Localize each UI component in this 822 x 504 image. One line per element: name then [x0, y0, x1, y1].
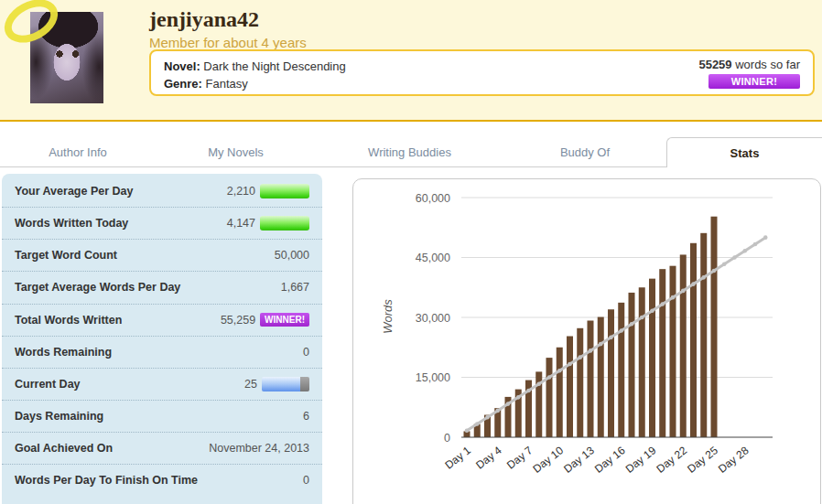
avatar-wrap: [30, 12, 103, 103]
progress-bar-blue: [262, 377, 309, 391]
stat-label: Your Average Per Day: [15, 183, 133, 199]
novel-label: Novel:: [164, 59, 200, 73]
stat-value: 2,210: [227, 185, 255, 198]
novel-info: Novel: Dark the Night Descending Genre: …: [164, 58, 346, 88]
svg-text:Day 10: Day 10: [531, 444, 567, 476]
svg-text:45,000: 45,000: [416, 252, 450, 264]
stat-label: Words Written Today: [15, 215, 128, 231]
stats-panel: Your Average Per Day2,210Words Written T…: [2, 174, 322, 504]
stat-value: 50,000: [275, 249, 309, 262]
progress-bar-gray-cap: [300, 377, 309, 391]
stat-value: 0: [303, 346, 309, 359]
novel-title-line: Novel: Dark the Night Descending: [164, 58, 346, 75]
progress-bar-blue-fill: [262, 377, 300, 391]
wordcount-block: 55259 words so far WINNER!: [698, 58, 800, 88]
stat-value-group: 0: [303, 474, 309, 487]
tab-writing-buddies[interactable]: Writing Buddies: [316, 137, 503, 167]
novel-genre-line: Genre: Fantasy: [164, 75, 346, 92]
winner-badge: WINNER!: [708, 74, 800, 89]
stat-value: 0: [303, 474, 309, 487]
stat-value: 25: [244, 378, 257, 391]
tab-stats[interactable]: Stats: [666, 137, 822, 167]
profile-header: jenjiyana42 Member for about 4 years Nov…: [0, 0, 822, 122]
svg-text:Day 25: Day 25: [685, 444, 720, 476]
tab-buddy-of[interactable]: Buddy Of: [503, 137, 666, 167]
svg-text:Day 22: Day 22: [654, 444, 690, 476]
svg-text:Day 13: Day 13: [561, 444, 597, 476]
stat-value: 4,147: [227, 217, 255, 230]
stat-row-8: Goal Achieved OnNovember 24, 2013: [2, 433, 322, 465]
stat-value: 55,259: [221, 314, 255, 327]
stat-row-1: Words Written Today4,147: [2, 208, 322, 240]
svg-text:Day 19: Day 19: [623, 444, 659, 476]
stat-label: Total Words Written: [15, 312, 122, 328]
genre-label: Genre:: [164, 77, 202, 91]
username: jenjiyana42: [149, 7, 307, 32]
word-count-chart-card: 015,00030,00045,00060,000WordsDay 1Day 4…: [352, 178, 821, 504]
svg-text:0: 0: [444, 432, 450, 445]
stat-value-group: 1,667: [281, 281, 309, 294]
stat-value: November 24, 2013: [209, 442, 309, 455]
stat-label: Target Average Words Per Day: [15, 279, 180, 295]
stat-value-group: 55,259WINNER!: [221, 313, 309, 327]
stat-value-group: 4,147: [227, 216, 309, 231]
member-since: Member for about 4 years: [149, 35, 307, 50]
progress-bar-green: [260, 184, 309, 198]
progress-bar-green: [260, 216, 309, 231]
svg-text:Day 28: Day 28: [716, 444, 752, 476]
svg-text:15,000: 15,000: [416, 371, 450, 384]
wordcount-line: 55259 words so far: [698, 58, 800, 71]
stat-row-2: Target Word Count50,000: [2, 240, 322, 272]
stat-row-0: Your Average Per Day2,210: [2, 176, 322, 208]
wordcount-value: 55259: [698, 58, 731, 71]
tab-my-novels[interactable]: My Novels: [156, 137, 316, 167]
stat-value-group: 50,000: [275, 249, 309, 262]
stat-value: 1,667: [281, 281, 309, 294]
genre-value: Fantasy: [206, 77, 248, 91]
novel-title: Dark the Night Descending: [203, 59, 345, 73]
novel-card: Novel: Dark the Night Descending Genre: …: [149, 49, 815, 96]
stat-row-6: Current Day25: [2, 369, 322, 401]
user-block: jenjiyana42 Member for about 4 years: [149, 7, 307, 50]
stat-row-4: Total Words Written55,259WINNER!: [2, 305, 322, 337]
stat-row-5: Words Remaining0: [2, 337, 322, 369]
svg-text:Day 1: Day 1: [443, 444, 474, 472]
stat-value-group: 6: [303, 410, 309, 423]
tab-bar: Author InfoMy NovelsWriting BuddiesBuddy…: [0, 123, 822, 167]
winner-badge-small: WINNER!: [260, 313, 309, 327]
stat-value-group: 2,210: [227, 184, 309, 198]
stat-row-9: Words Per Day To Finish On Time0: [2, 465, 322, 496]
svg-text:Words: Words: [381, 299, 395, 334]
stat-label: Current Day: [15, 376, 81, 392]
stat-label: Goal Achieved On: [15, 440, 113, 456]
stats-chart-svg: 015,00030,00045,00060,000WordsDay 1Day 4…: [353, 179, 820, 504]
svg-text:Day 4: Day 4: [473, 444, 504, 472]
stat-row-3: Target Average Words Per Day1,667: [2, 272, 322, 304]
stat-row-7: Days Remaining6: [2, 401, 322, 433]
stat-value-group: 25: [244, 377, 309, 391]
svg-text:Day 16: Day 16: [592, 444, 628, 476]
stat-value: 6: [303, 410, 309, 423]
svg-text:30,000: 30,000: [416, 312, 450, 325]
stat-value-group: November 24, 2013: [209, 442, 309, 455]
wordcount-suffix: words so far: [732, 58, 800, 71]
stat-label: Target Word Count: [15, 247, 117, 263]
stat-label: Words Per Day To Finish On Time: [15, 472, 198, 488]
stat-value-group: 0: [303, 346, 309, 359]
tab-author-info[interactable]: Author Info: [0, 137, 156, 167]
svg-text:Day 7: Day 7: [504, 444, 535, 472]
svg-text:60,000: 60,000: [416, 192, 450, 205]
stat-label: Words Remaining: [15, 344, 112, 360]
stat-label: Days Remaining: [15, 408, 103, 424]
